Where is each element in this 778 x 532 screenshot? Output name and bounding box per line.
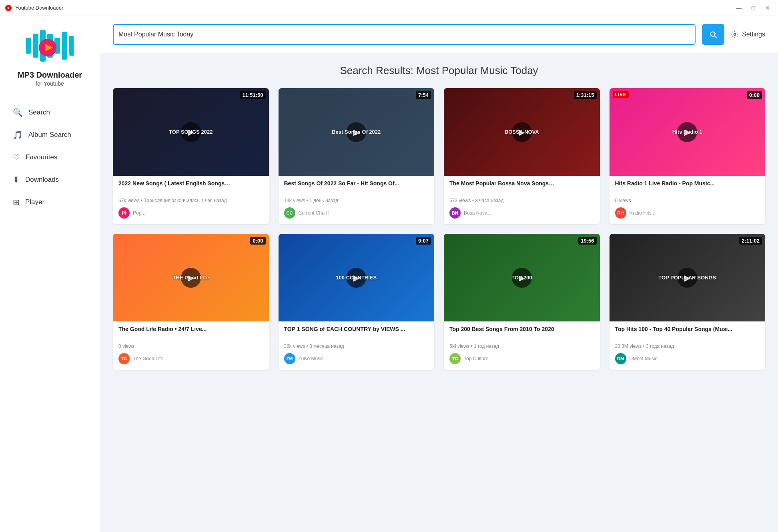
video-thumbnail: Hits Radio 1 ▶ LIVE 0:00 bbox=[610, 88, 766, 176]
video-title: Best Songs Of 2022 So Far - Hit Songs Of… bbox=[284, 180, 429, 196]
channel-name: DMnet Music bbox=[630, 356, 658, 361]
thumbnail-label: TOP SONGS 2022 bbox=[166, 127, 216, 137]
minimize-button[interactable]: — bbox=[733, 2, 744, 14]
video-meta: 14k views • 1 день назад bbox=[284, 198, 429, 203]
settings-button[interactable]: Settings bbox=[731, 30, 765, 38]
video-card[interactable]: THE Good Life ▶ 0:00 The Good Life Radio… bbox=[113, 234, 269, 370]
video-meta: 0 views bbox=[615, 198, 760, 203]
thumbnail-text: THE Good Life bbox=[113, 234, 269, 321]
video-info: Best Songs Of 2022 So Far - Hit Songs Of… bbox=[279, 176, 435, 224]
duration-badge: 7:54 bbox=[416, 91, 431, 99]
search-button[interactable] bbox=[702, 24, 724, 45]
thumbnail-text: BOSSA NOVA bbox=[444, 88, 600, 176]
duration-badge: 9:07 bbox=[416, 237, 431, 245]
thumbnail-bg: 100 COUNTRIES ▶ bbox=[279, 234, 435, 321]
channel-name: Bosa Nova… bbox=[464, 210, 492, 216]
search-bar: Settings bbox=[100, 16, 778, 53]
video-title: Top Hits 100 - Top 40 Popular Songs (Mus… bbox=[615, 325, 760, 341]
music-icon: 🎵 bbox=[13, 130, 23, 140]
sidebar-item-search[interactable]: 🔍 Search bbox=[0, 101, 100, 124]
channel-avatar: RH bbox=[615, 207, 626, 219]
svg-rect-3 bbox=[33, 34, 38, 58]
channel-name: Top Culture bbox=[464, 356, 488, 361]
channel-avatar: BN bbox=[449, 207, 461, 219]
video-meta: 36k views • 3 месяца назад bbox=[284, 343, 429, 349]
channel-avatar: TC bbox=[449, 353, 461, 364]
thumbnail-text: 100 COUNTRIES bbox=[279, 234, 435, 321]
heart-icon: ♡ bbox=[13, 153, 20, 162]
video-card[interactable]: TOP POPULAR SONGS ▶ 2:11:02 Top Hits 100… bbox=[610, 234, 766, 370]
video-meta: 23.3M views • 3 года назад bbox=[615, 343, 760, 349]
video-info: TOP 1 SONG of EACH COUNTRY by VIEWS ... … bbox=[279, 321, 435, 370]
duration-badge: 19:56 bbox=[578, 237, 596, 245]
video-meta: 573 views • 3 часа назад bbox=[449, 198, 594, 203]
sidebar-item-album-search[interactable]: 🎵 Album Search bbox=[0, 124, 100, 146]
window-controls: — □ ✕ bbox=[733, 2, 773, 14]
video-title: The Good Life Radio • 24/7 Live... bbox=[118, 325, 263, 341]
video-thumbnail: TOP SONGS 2022 ▶ 11:51:50 bbox=[113, 88, 269, 176]
video-channel: DM DMnet Music bbox=[615, 353, 760, 364]
svg-rect-2 bbox=[26, 38, 31, 54]
results-area: Search Results: Most Popular Music Today… bbox=[100, 53, 778, 532]
video-card[interactable]: Hits Radio 1 ▶ LIVE 0:00 Hits Radio 1 Li… bbox=[610, 88, 766, 224]
results-title: Search Results: Most Popular Music Today bbox=[113, 64, 765, 77]
video-channel: TG The Good Life... bbox=[118, 353, 263, 364]
titlebar-left: Youtube Downloader bbox=[5, 4, 63, 12]
video-channel: BN Bosa Nova… bbox=[449, 207, 594, 219]
video-title: The Most Popular Bossa Nova Songs… bbox=[449, 180, 594, 196]
video-title: 2022 New Songs ( Latest English Songs… bbox=[118, 180, 263, 196]
sidebar-item-favourites-label: Favourites bbox=[26, 153, 57, 161]
sidebar-item-player-label: Player bbox=[25, 198, 44, 206]
sidebar-item-downloads[interactable]: ⬇ Downloads bbox=[0, 169, 100, 191]
thumbnail-label: 100 COUNTRIES bbox=[333, 273, 380, 282]
maximize-button[interactable]: □ bbox=[748, 2, 759, 14]
nav-items: 🔍 Search 🎵 Album Search ♡ Favourites ⬇ D… bbox=[0, 101, 100, 213]
video-card[interactable]: Best Songs Of 2022 ▶ 7:54 Best Songs Of … bbox=[279, 88, 435, 224]
channel-avatar: ZM bbox=[284, 353, 295, 364]
logo-icon bbox=[26, 26, 74, 66]
thumbnail-bg: Hits Radio 1 ▶ bbox=[610, 88, 766, 176]
thumbnail-bg: BOSSA NOVA ▶ bbox=[444, 88, 600, 176]
video-card[interactable]: BOSSA NOVA ▶ 1:31:15 The Most Popular Bo… bbox=[444, 88, 600, 224]
thumbnail-text: TOP POPULAR SONGS bbox=[610, 234, 766, 321]
thumbnail-label: THE Good Life bbox=[170, 273, 212, 282]
video-thumbnail: BOSSA NOVA ▶ 1:31:15 bbox=[444, 88, 600, 176]
app-body: MP3 Downloader for Youtube 🔍 Search 🎵 Al… bbox=[0, 16, 778, 532]
video-channel: CC Current Chart! bbox=[284, 207, 429, 219]
thumbnail-label: Best Songs Of 2022 bbox=[329, 127, 384, 137]
sidebar-item-favourites[interactable]: ♡ Favourites bbox=[0, 146, 100, 169]
video-title: Hits Radio 1 Live Radio - Pop Music... bbox=[615, 180, 760, 196]
video-channel: PI Pop... bbox=[118, 207, 263, 219]
duration-badge: 11:51:50 bbox=[240, 91, 265, 99]
sidebar-item-player[interactable]: ⊞ Player bbox=[0, 191, 100, 213]
video-card[interactable]: 100 COUNTRIES ▶ 9:07 TOP 1 SONG of EACH … bbox=[279, 234, 435, 370]
thumbnail-bg: TOP 200 ▶ bbox=[444, 234, 600, 321]
sidebar-item-album-search-label: Album Search bbox=[28, 131, 71, 139]
video-channel: RH Radio Hits... bbox=[615, 207, 760, 219]
video-info: Hits Radio 1 Live Radio - Pop Music... 0… bbox=[610, 176, 766, 224]
close-button[interactable]: ✕ bbox=[762, 2, 773, 14]
video-meta: 67k views • Трансляция закончилась 1 час… bbox=[118, 198, 263, 203]
settings-label: Settings bbox=[742, 31, 765, 38]
channel-name: Current Chart! bbox=[299, 210, 329, 216]
channel-avatar: PI bbox=[118, 207, 130, 219]
thumbnail-text: TOP 200 bbox=[444, 234, 600, 321]
video-info: The Most Popular Bossa Nova Songs… 573 v… bbox=[444, 176, 600, 224]
app-icon bbox=[5, 4, 12, 12]
video-card[interactable]: TOP 200 ▶ 19:56 Top 200 Best Songs From … bbox=[444, 234, 600, 370]
video-meta: 0 views bbox=[118, 343, 263, 349]
search-input[interactable] bbox=[118, 31, 690, 38]
logo-subtitle: for Youtube bbox=[36, 80, 64, 87]
thumbnail-text: Best Songs Of 2022 bbox=[279, 88, 435, 176]
results-grid: TOP SONGS 2022 ▶ 11:51:50 2022 New Songs… bbox=[113, 88, 765, 370]
thumbnail-bg: THE Good Life ▶ bbox=[113, 234, 269, 321]
thumbnail-bg: TOP SONGS 2022 ▶ bbox=[113, 88, 269, 176]
channel-avatar: TG bbox=[118, 353, 130, 364]
duration-badge: 2:11:02 bbox=[739, 237, 762, 245]
player-icon: ⊞ bbox=[13, 197, 20, 207]
video-info: Top 200 Best Songs From 2010 To 2020 5M … bbox=[444, 321, 600, 370]
channel-name: The Good Life... bbox=[133, 356, 167, 361]
thumbnail-label: Hits Radio 1 bbox=[669, 127, 706, 137]
sidebar-item-downloads-label: Downloads bbox=[25, 176, 59, 184]
video-card[interactable]: TOP SONGS 2022 ▶ 11:51:50 2022 New Songs… bbox=[113, 88, 269, 224]
